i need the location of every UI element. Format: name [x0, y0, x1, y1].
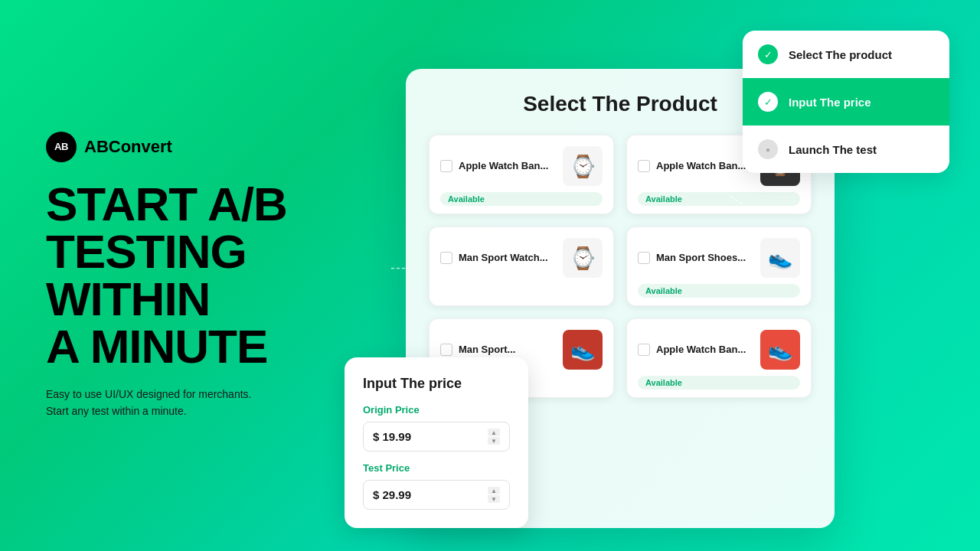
step-icon-done: ✓: [758, 44, 778, 64]
product-checkbox-4[interactable]: [638, 252, 650, 264]
pending-icon: ●: [766, 145, 770, 154]
logo: AB ABConvert: [46, 132, 368, 162]
check-icon: ✓: [764, 49, 773, 60]
left-panel: AB ABConvert START A/BTESTINGWITHINA MIN…: [46, 0, 368, 551]
list-item: Man Sport Shoes... 👟 Available: [626, 227, 812, 306]
logo-icon: AB: [46, 132, 77, 162]
available-badge-6: Available: [638, 376, 800, 390]
step-label-1: Select The product: [789, 48, 892, 61]
price-card-title: Input The price: [363, 376, 510, 392]
check-icon-active: ✓: [764, 96, 773, 108]
stepper-up[interactable]: ▲: [488, 429, 500, 436]
test-stepper-up[interactable]: ▲: [488, 487, 500, 494]
product-img-1: ⌚: [563, 146, 603, 186]
step-label-2: Input The price: [789, 96, 871, 109]
test-stepper-down[interactable]: ▼: [488, 495, 500, 503]
available-badge-1: Available: [440, 192, 603, 206]
product-name-6: Apple Watch Ban...: [656, 344, 746, 357]
list-item: Apple Watch Ban... 👟 Available: [626, 318, 812, 398]
step-input-price[interactable]: ✓ Input The price: [743, 78, 949, 126]
product-name-4: Man Sport Shoes...: [656, 252, 746, 265]
product-checkbox-1[interactable]: [440, 160, 452, 172]
hero-title: START A/BTESTINGWITHINA MINUTE: [46, 181, 368, 370]
deco-arrow-1: - - -: [390, 260, 404, 276]
product-img-5: 👟: [563, 330, 603, 370]
product-img-3: ⌚: [563, 238, 603, 278]
product-checkbox-2[interactable]: [638, 160, 650, 172]
step-icon-pending: ●: [758, 139, 778, 159]
origin-price-input[interactable]: $ 19.99 ▲ ▼: [363, 422, 510, 452]
test-price-stepper[interactable]: ▲ ▼: [488, 487, 500, 503]
hero-subtitle: Easy to use UI/UX designed for merchants…: [46, 386, 306, 420]
test-price-input[interactable]: $ 29.99 ▲ ▼: [363, 480, 510, 510]
available-badge-4: Available: [638, 284, 800, 298]
step-select-product[interactable]: ✓ Select The product: [743, 31, 949, 78]
stepper-down[interactable]: ▼: [488, 437, 500, 445]
product-checkbox-6[interactable]: [638, 344, 650, 356]
step-icon-active: ✓: [758, 92, 778, 112]
available-badge-2: Available: [638, 192, 800, 206]
product-img-6: 👟: [760, 330, 800, 370]
steps-panel: ✓ Select The product ✓ Input The price ●…: [743, 31, 949, 173]
price-card: Input The price Origin Price $ 19.99 ▲ ▼…: [345, 357, 528, 528]
product-top-1: Apple Watch Ban... ⌚: [440, 146, 603, 186]
product-name-3: Man Sport Watch...: [459, 252, 548, 265]
product-checkbox-5[interactable]: [440, 344, 452, 356]
step-label-3: Launch The test: [789, 143, 877, 156]
test-price-value: $ 29.99: [373, 488, 411, 501]
step-launch-test[interactable]: ● Launch The test: [743, 126, 949, 173]
origin-price-label: Origin Price: [363, 404, 510, 416]
product-img-4: 👟: [760, 238, 800, 278]
product-name-2: Apple Watch Ban...: [656, 160, 746, 173]
product-top-6: Apple Watch Ban... 👟: [638, 330, 800, 370]
list-item: Apple Watch Ban... ⌚ Available: [429, 135, 614, 214]
product-name-1: Apple Watch Ban...: [459, 160, 548, 173]
logo-name: ABConvert: [84, 137, 172, 157]
origin-price-value: $ 19.99: [373, 430, 411, 443]
product-top-4: Man Sport Shoes... 👟: [638, 238, 800, 278]
product-checkbox-3[interactable]: [440, 252, 452, 264]
logo-icon-text: AB: [54, 141, 68, 152]
origin-price-stepper[interactable]: ▲ ▼: [488, 429, 500, 445]
product-name-5: Man Sport...: [459, 344, 515, 357]
product-top-3: Man Sport Watch... ⌚: [440, 238, 603, 278]
test-price-label: Test Price: [363, 462, 510, 474]
list-item: Man Sport Watch... ⌚: [429, 227, 614, 306]
